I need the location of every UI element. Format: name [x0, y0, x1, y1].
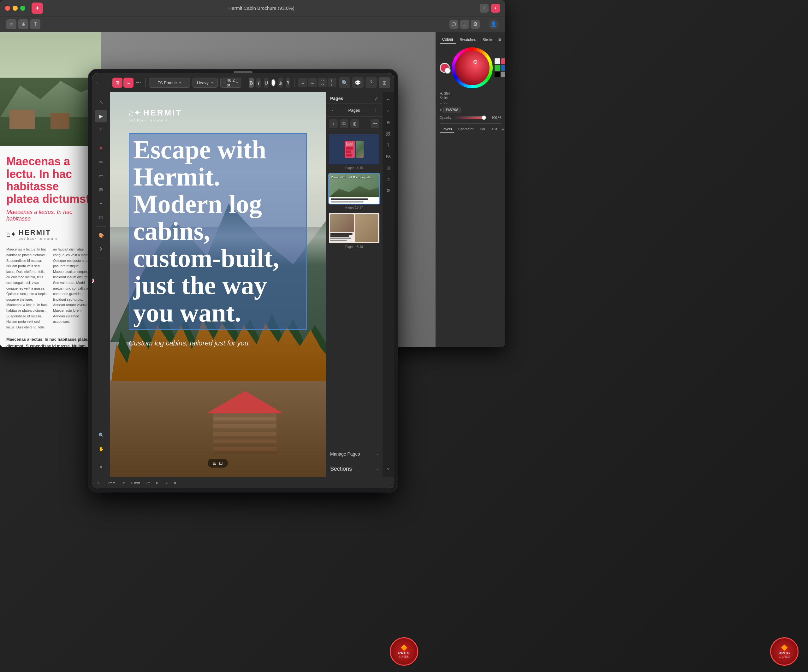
strip-layers-icon[interactable]: ⊕ [384, 118, 392, 127]
thumb3-textline-2 [330, 235, 349, 237]
grid-view-button[interactable]: ⊞ [112, 78, 122, 88]
special-char-num[interactable]: ¶ [285, 78, 291, 88]
stroke-tab[interactable]: Stroke [480, 36, 496, 43]
fullscreen-button[interactable] [20, 6, 25, 11]
pencil-tool[interactable]: ✏ [95, 155, 107, 168]
pages-action-bar: + ⧉ 🗑 ••• [326, 117, 382, 131]
text-tool[interactable]: T [95, 124, 107, 136]
bold-button[interactable]: B [249, 78, 254, 88]
add-page-button[interactable]: + [329, 119, 338, 128]
strip-settings-icon[interactable]: ⚙ [384, 186, 392, 195]
delete-page-button[interactable]: 🗑 [351, 119, 359, 128]
character-tab[interactable]: Character [456, 126, 475, 132]
foreground-color[interactable] [440, 63, 450, 73]
font-weight-selector[interactable]: Heavy ▼ [192, 78, 218, 88]
colour-tab[interactable]: Colour [440, 36, 456, 43]
opacity-slider[interactable] [454, 117, 486, 119]
zoom-tool[interactable]: 🔍 [95, 429, 107, 441]
swatch-8[interactable] [501, 72, 505, 77]
swatch-7[interactable] [494, 72, 500, 77]
grid-button[interactable]: ⊞ [379, 77, 390, 88]
swatch-5[interactable] [501, 65, 505, 71]
style-icon[interactable]: ✦ [491, 4, 500, 13]
hex-input[interactable]: FA5768 [444, 107, 461, 113]
pages-more-button[interactable]: ••• [371, 119, 379, 128]
page-thumb-img-2[interactable]: Escape with Hermit. Modern log cabins, [328, 173, 380, 204]
strip-type-icon[interactable]: T [384, 141, 392, 150]
text-icon[interactable]: T [480, 4, 489, 13]
text-frame-tool[interactable]: A [95, 142, 107, 154]
crop-tool[interactable]: ⊡ [95, 211, 107, 224]
transform-tool[interactable]: ✦ [95, 197, 107, 210]
panel-menu[interactable]: ≡ [501, 126, 504, 132]
swatch-2[interactable] [501, 58, 505, 64]
manage-pages-item[interactable]: Manage Pages › [326, 447, 382, 461]
pages-prev-button[interactable]: ‹ [329, 106, 336, 114]
italic-button[interactable]: I [256, 78, 261, 88]
mic-tool[interactable]: 🎙 [95, 243, 107, 255]
share-icon[interactable]: ⬡ [449, 20, 458, 29]
par-tab[interactable]: Par [478, 126, 487, 132]
duplicate-page-button[interactable]: ⧉ [340, 119, 349, 128]
strip-opacity-icon[interactable]: ○ [384, 107, 392, 115]
swatch-4[interactable] [494, 65, 500, 71]
page-thumb-img-1[interactable]: Custom projects [328, 133, 380, 165]
strip-image-icon[interactable]: 🖼 [384, 129, 392, 138]
text-color-selector[interactable] [271, 79, 275, 87]
list-view-button[interactable]: ≡ [124, 78, 134, 88]
swatch-1[interactable] [494, 58, 500, 64]
panel-menu-icon[interactable]: ≡ [498, 37, 501, 43]
back-nav-button[interactable]: ← [96, 78, 102, 88]
pages-next-button[interactable]: › [372, 106, 379, 114]
forward-nav-button[interactable]: → [104, 78, 110, 88]
swatches-tab[interactable]: Swatches [457, 36, 479, 43]
strip-transform-icon[interactable]: ↺ [384, 175, 392, 183]
toolbar-icon-2[interactable]: ⊞ [18, 19, 28, 29]
arrow-tool[interactable]: ↖ [95, 96, 107, 108]
frame-tool[interactable]: ▭ [95, 169, 107, 182]
envelope-tool[interactable]: ✉ [95, 183, 107, 196]
numbering-button[interactable]: 1.2. [327, 78, 336, 87]
font-family-selector[interactable]: FS Emeric ▼ [149, 78, 190, 88]
close-tool[interactable]: ✕ [95, 460, 107, 473]
color-wheel[interactable] [452, 47, 493, 88]
thumb3-text [330, 233, 354, 242]
help-button[interactable]: ? [366, 77, 377, 88]
pan-tool[interactable]: ✋ [95, 443, 107, 455]
special-char-a[interactable]: a̲ [278, 78, 283, 88]
export-icon[interactable]: □ [460, 20, 469, 29]
thumb1-right-panel [356, 141, 364, 158]
strip-help-icon[interactable]: ? [384, 465, 392, 474]
strip-grid-icon[interactable]: ⊞ [384, 163, 392, 172]
eyedropper-area [440, 63, 450, 73]
paint-tool[interactable]: 🎨 [95, 229, 107, 242]
align-left-button[interactable]: ≡ [298, 78, 307, 87]
pointer-tool[interactable]: ▶ [95, 110, 107, 122]
sections-item[interactable]: Sections › [326, 461, 382, 477]
bullets-button[interactable]: • •• • [318, 78, 327, 87]
color-hex-row: # FA5768 [440, 107, 501, 113]
panel-expand-icon[interactable]: ⤢ [374, 96, 378, 101]
user-avatar[interactable]: 👤 [489, 19, 499, 29]
more-button[interactable]: ••• [136, 78, 142, 88]
background-color[interactable] [444, 68, 451, 74]
page-thumb-img-3[interactable] [328, 212, 380, 244]
settings-icon[interactable]: ⚙ [471, 20, 480, 29]
strip-pen-icon[interactable]: ✒ [384, 95, 392, 104]
tst-tab[interactable]: TSt [489, 126, 499, 132]
opacity-handle[interactable] [482, 115, 486, 120]
minimize-button[interactable] [13, 6, 18, 11]
toolbar-icon-1[interactable]: ≡ [6, 19, 17, 29]
toolbar-icon-3[interactable]: T [30, 19, 40, 29]
search-button[interactable]: 🔍 [339, 77, 351, 88]
canvas-brand: ⌂✦ HERMIT get back to nature [129, 108, 182, 122]
speech-button[interactable]: 💬 [352, 77, 364, 88]
layers-tab[interactable]: Layers [440, 126, 454, 132]
close-button[interactable] [5, 6, 10, 11]
underline-button[interactable]: U [264, 78, 269, 88]
strip-fx-icon[interactable]: FX [384, 152, 392, 161]
align-center-button[interactable]: ≡ [308, 78, 317, 87]
font-size-field[interactable]: − 46.2 pt + [220, 78, 241, 88]
hero-text-block[interactable]: Escape with Hermit. Modern log cabins, c… [129, 133, 307, 347]
document-canvas[interactable]: ⌂✦ HERMIT get back to nature Escape with… [110, 92, 326, 477]
